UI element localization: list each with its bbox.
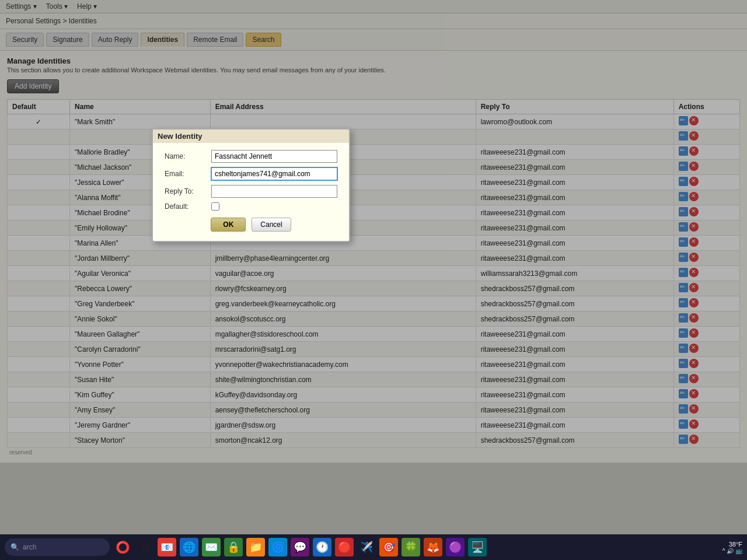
- modal-name-field: Name:: [165, 150, 337, 163]
- modal-ok-button[interactable]: OK: [211, 218, 246, 232]
- modal-replyto-label: Reply To:: [165, 187, 211, 195]
- modal-cancel-button[interactable]: Cancel: [252, 218, 291, 232]
- new-identity-modal: New Identity Name: Email: Reply To: Defa…: [152, 128, 350, 242]
- modal-default-field: Default:: [165, 202, 337, 211]
- modal-replyto-field: Reply To:: [165, 185, 337, 198]
- modal-email-input[interactable]: [211, 167, 337, 180]
- modal-overlay: New Identity Name: Email: Reply To: Defa…: [0, 0, 747, 463]
- modal-buttons: OK Cancel: [165, 218, 337, 232]
- modal-email-label: Email:: [165, 170, 211, 178]
- modal-name-label: Name:: [165, 152, 211, 160]
- modal-default-checkbox[interactable]: [211, 202, 219, 211]
- modal-name-input[interactable]: [211, 150, 337, 163]
- modal-replyto-input[interactable]: [211, 185, 337, 198]
- modal-default-label: Default:: [165, 202, 211, 211]
- modal-email-field: Email:: [165, 167, 337, 180]
- modal-title: New Identity: [153, 130, 349, 143]
